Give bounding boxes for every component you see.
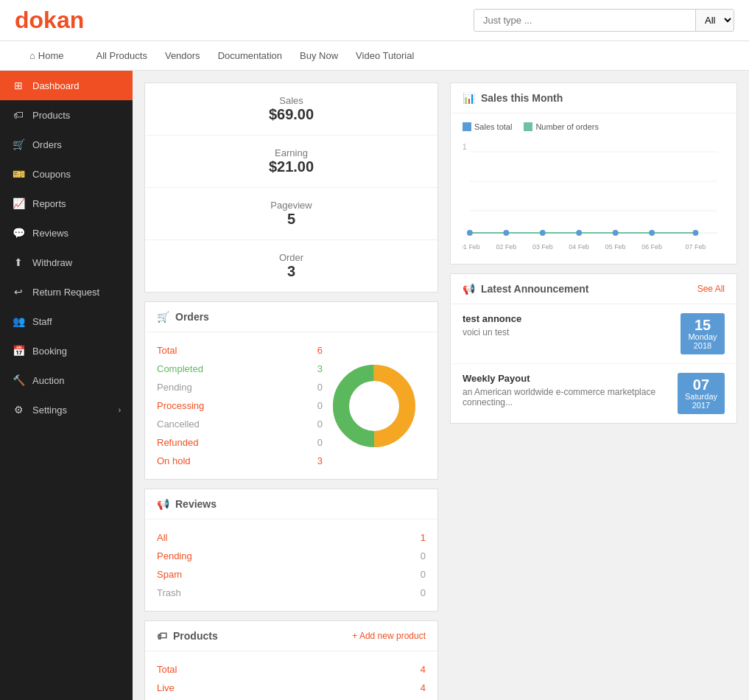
review-item-spam: Spam 0 [157,565,426,584]
legend-orders-count: Number of orders [524,122,599,131]
topbar: dokan All [0,0,749,41]
chart-header: 📊 Sales this Month [451,83,736,113]
review-item-trash: Trash 0 [157,584,426,602]
stat-pageview: Pageview 5 [145,188,437,240]
logo-brand: dokan [15,7,84,33]
sidebar-item-products[interactable]: 🏷 Products [0,100,133,130]
line-chart: 1 [463,137,725,255]
reports-icon: 📈 [12,197,25,209]
order-processing-label: Processing [157,400,317,411]
sidebar-item-dashboard[interactable]: ⊞ Dashboard [0,71,133,100]
nav-all-products[interactable]: All Products [96,50,147,61]
search-bar: All [474,9,734,32]
announcement-text-0: test annonce voici un test [463,313,672,354]
search-input[interactable] [474,10,695,30]
sidebar-item-orders[interactable]: 🛒 Orders [0,130,133,159]
order-value: 3 [163,263,420,280]
legend-orders-label: Number of orders [535,122,599,131]
sidebar-nav: ⊞ Dashboard 🏷 Products 🛒 Orders 🎫 Coupon… [0,71,133,700]
sidebar-item-withdraw[interactable]: ⬆ Withdraw [0,248,133,277]
announcement-item-1: Weekly Payout an American worldwide e-co… [451,364,736,423]
sidebar-item-booking[interactable]: 📅 Booking [0,336,133,365]
chart-y-label: 1 [463,143,467,151]
sales-chart-card: 📊 Sales this Month Sales total Number of… [450,83,737,265]
sidebar-label-orders: Orders [32,139,62,150]
product-total-count: 4 [421,664,426,675]
stats-card: Sales $69.00 Earning $21.00 Pageview 5 O… [144,83,438,293]
orders-content: Total 6 Completed 3 Pending 0 [157,341,426,470]
reviews-section: 📢 Reviews All 1 Pending 0 [144,489,438,612]
earning-label: Earning [163,147,420,158]
announcements-card: 📢 Latest Announcement See All test annon… [450,273,737,424]
sidebar-item-auction[interactable]: 🔨 Auction [0,365,133,395]
review-item-all: All 1 [157,528,426,547]
order-pending-count: 0 [317,382,323,393]
add-new-product-link[interactable]: + Add new product [352,631,426,641]
chart-title: Sales this Month [481,92,563,104]
products-icon: 🏷 [12,109,25,121]
sidebar-item-coupons[interactable]: 🎫 Coupons [0,159,133,189]
nav-documentation[interactable]: Documentation [218,50,282,61]
sidebar-label-reports: Reports [32,198,66,209]
nav-home[interactable]: Home [15,41,79,71]
orders-list: Total 6 Completed 3 Pending 0 [157,341,323,470]
order-completed-count: 3 [317,363,323,374]
stat-order: Order 3 [145,240,437,292]
review-spam-count: 0 [421,569,426,580]
sidebar-item-reports[interactable]: 📈 Reports [0,189,133,218]
announcement-day-1: 07 [685,377,717,392]
stat-earning: Earning $21.00 [145,136,437,188]
announcement-date-0: 15 Monday 2018 [681,313,725,354]
earning-value: $21.00 [163,158,420,175]
product-live-label: Live [157,682,421,693]
sales-label: Sales [163,95,420,106]
sidebar-label-auction: Auction [32,375,64,386]
svg-text:05 Feb: 05 Feb [605,243,626,251]
order-processing-count: 0 [317,400,323,411]
sidebar: ⊞ Dashboard 🏷 Products 🛒 Orders 🎫 Coupon… [0,71,133,700]
svg-point-10 [540,230,546,236]
sidebar-label-settings: Settings [32,405,67,416]
review-trash-label: Trash [157,587,421,598]
order-total-count: 6 [317,345,323,356]
order-item-processing: Processing 0 [157,396,323,415]
staff-icon: 👥 [12,315,25,327]
svg-point-13 [649,230,655,236]
announcements-title: Latest Announcement [481,283,589,295]
svg-point-14 [692,230,698,236]
order-item-onhold: On hold 3 [157,452,323,470]
announcement-item-0: test annonce voici un test 15 Monday 201… [451,304,736,364]
svg-point-3 [354,385,395,427]
nav-buy-now[interactable]: Buy Now [300,50,338,61]
reviews-section-icon: 📢 [157,498,169,510]
search-category-select[interactable]: All [695,10,734,31]
products-section-title: Products [173,630,218,642]
legend-sales-total: Sales total [463,122,512,131]
reviews-icon: 💬 [12,227,25,239]
product-item-total: Total 4 [157,660,426,679]
svg-point-11 [576,230,582,236]
announcement-year-0: 2018 [688,341,717,350]
sidebar-item-staff[interactable]: 👥 Staff [0,307,133,336]
sidebar-item-reviews[interactable]: 💬 Reviews [0,218,133,248]
announcement-desc-0: voici un test [463,327,672,337]
announcements-header: 📢 Latest Announcement See All [451,274,736,304]
announcement-day-0: 15 [688,318,717,332]
orders-section-icon: 🛒 [157,311,169,323]
sidebar-item-return-request[interactable]: ↩ Return Request [0,277,133,307]
dashboard-icon: ⊞ [12,80,25,91]
stat-sales: Sales $69.00 [145,83,437,136]
pageview-label: Pageview [163,200,420,211]
settings-icon: ⚙ [12,404,25,416]
pageview-value: 5 [163,211,420,228]
products-section-icon: 🏷 [157,630,167,642]
main-content: Sales $69.00 Earning $21.00 Pageview 5 O… [133,71,749,700]
svg-text:02 Feb: 02 Feb [496,243,516,251]
sidebar-item-settings[interactable]: ⚙ Settings › [0,395,133,424]
auction-icon: 🔨 [12,374,25,386]
layout: ⊞ Dashboard 🏷 Products 🛒 Orders 🎫 Coupon… [0,71,749,700]
nav-video-tutorial[interactable]: Video Tutorial [356,50,414,61]
withdraw-icon: ⬆ [12,256,25,268]
see-all-link[interactable]: See All [697,284,725,294]
nav-vendors[interactable]: Vendors [165,50,200,61]
